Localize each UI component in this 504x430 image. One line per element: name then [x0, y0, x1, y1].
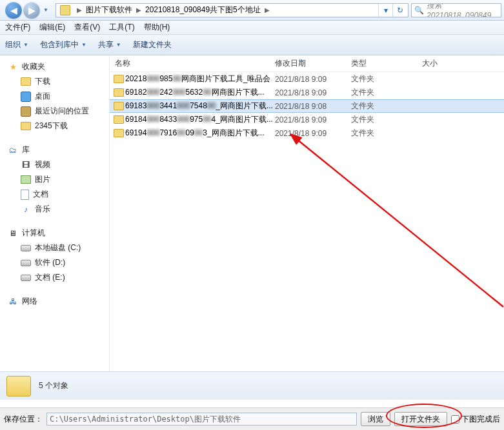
column-name[interactable]: 名称 [114, 58, 275, 69]
search-input[interactable]: 🔍 搜索 20210818_090849 [411, 3, 501, 17]
sidebar-libraries[interactable]: 🗂 库 [4, 142, 109, 157]
folder-icon [114, 75, 124, 83]
folder-icon [21, 77, 31, 86]
file-name: 691840008433000975004_网商图片下载... [125, 114, 275, 125]
desktop-icon [21, 92, 31, 102]
menu-file[interactable]: 文件(F) [5, 22, 30, 33]
folder-icon [21, 122, 31, 130]
object-count: 5 个对象 [39, 380, 68, 391]
folder-icon [114, 115, 124, 124]
sidebar-item-drive-c[interactable]: 本地磁盘 (C:) [4, 240, 109, 255]
share-button[interactable]: 共享▼ [98, 39, 121, 50]
sidebar-favorites[interactable]: ★ 收藏夹 [4, 59, 109, 74]
library-icon: 🗂 [8, 145, 18, 155]
file-date: 2021/8/18 9:09 [275, 88, 351, 97]
refresh-icon[interactable]: ↻ [392, 3, 407, 17]
sidebar-network[interactable]: 🖧 网络 [4, 294, 109, 309]
folder-icon [114, 88, 124, 97]
sidebar-item-drive-e[interactable]: 文档 (E:) [4, 270, 109, 285]
search-icon: 🔍 [414, 6, 424, 15]
sidebar-item-downloads[interactable]: 下载 [4, 74, 109, 89]
network-icon: 🖧 [8, 297, 18, 307]
file-date: 2021/8/18 9:08 [275, 102, 351, 111]
sidebar-item-drive-d[interactable]: 软件 (D:) [4, 255, 109, 270]
checkbox-icon[interactable] [451, 415, 459, 424]
after-download-checkbox[interactable]: 下图完成后 [451, 414, 500, 425]
breadcrumb-item[interactable]: 图片下载软件 [86, 5, 132, 15]
star-icon: ★ [8, 62, 18, 72]
file-type: 文件夹 [351, 101, 422, 112]
file-name: 691830003441000754800_网商图片下载... [125, 101, 275, 112]
svg-line-0 [297, 139, 503, 307]
sort-caret-icon: ▴ [300, 57, 303, 63]
file-row[interactable]: 2021800098500网商图片下载工具_唯品会2021/8/18 9:09文… [110, 72, 504, 86]
sidebar-computer[interactable]: 🖥 计算机 [4, 226, 109, 240]
search-placeholder: 搜索 20210818_090849 [427, 3, 498, 17]
navigation-pane: ★ 收藏夹 下载 桌面 最近访问的位置 2345下载 🗂 库 🎞视频 图片 文档… [0, 55, 110, 371]
breadcrumb-dropdown[interactable]: ▾ [378, 3, 392, 17]
disk-icon [21, 260, 31, 266]
column-size[interactable]: 大小 [422, 58, 474, 69]
save-path-input[interactable] [46, 413, 357, 425]
menu-help[interactable]: 帮助(H) [144, 22, 170, 33]
caret-down-icon: ▼ [81, 42, 86, 48]
file-date: 2021/8/18 9:09 [275, 75, 351, 84]
menu-edit[interactable]: 编辑(E) [39, 22, 65, 33]
menu-tools[interactable]: 工具(T) [109, 22, 134, 33]
file-row[interactable]: 691840008433000975004_网商图片下载...2021/8/18… [110, 113, 504, 126]
file-type: 文件夹 [351, 128, 422, 139]
address-bar: ◀ ▶ ▼ ▶ 图片下载软件 ▶ 20210818_090849共下图5个地址 … [0, 0, 504, 21]
file-type: 文件夹 [351, 73, 422, 84]
chevron-right-icon: ▶ [73, 6, 86, 14]
folder-icon [60, 5, 70, 15]
file-name: 69182000242000563200网商图片下载... [125, 87, 275, 98]
file-row[interactable]: 69182000242000563200网商图片下载...2021/8/18 9… [110, 86, 504, 99]
menu-view[interactable]: 查看(V) [74, 22, 100, 33]
sidebar-item-pictures[interactable]: 图片 [4, 172, 109, 187]
open-folder-button[interactable]: 打开文件夹 [394, 412, 447, 426]
column-type[interactable]: 类型 [351, 58, 422, 69]
file-date: 2021/8/18 9:09 [275, 115, 351, 124]
sidebar-item-recent[interactable]: 最近访问的位置 [4, 104, 109, 119]
computer-icon: 🖥 [8, 228, 18, 239]
disk-icon [21, 245, 31, 251]
sidebar-item-2345[interactable]: 2345下载 [4, 119, 109, 133]
file-list-pane: 名称 ▴ 修改日期 类型 大小 2021800098500网商图片下载工具_唯品… [110, 55, 504, 371]
picture-icon [21, 175, 31, 184]
folder-icon [114, 102, 124, 110]
annotation-arrow [290, 133, 504, 313]
folder-icon [6, 376, 31, 396]
sidebar-item-documents[interactable]: 文档 [4, 187, 109, 202]
file-row[interactable]: 6919400079160009003_网商图片下载...2021/8/18 9… [110, 126, 504, 140]
file-date: 2021/8/18 9:09 [275, 129, 351, 138]
folder-icon [114, 129, 124, 137]
recent-icon [21, 106, 31, 117]
menu-bar: 文件(F) 编辑(E) 查看(V) 工具(T) 帮助(H) [0, 21, 504, 35]
sidebar-item-desktop[interactable]: 桌面 [4, 89, 109, 104]
history-dropdown[interactable]: ▼ [41, 2, 50, 19]
chevron-right-icon: ▶ [132, 6, 145, 14]
status-bar: 5 个对象 [0, 371, 504, 400]
file-type: 文件夹 [351, 87, 422, 98]
sidebar-item-music[interactable]: ♪音乐 [4, 202, 109, 217]
organize-button[interactable]: 组织▼ [5, 39, 28, 50]
browse-button[interactable]: 浏览 [361, 412, 390, 426]
music-icon: ♪ [21, 204, 31, 215]
include-in-library-button[interactable]: 包含到库中▼ [40, 39, 86, 50]
file-row[interactable]: 691830003441000754800_网商图片下载...2021/8/18… [110, 99, 504, 113]
breadcrumb-item[interactable]: 20210818_090849共下图5个地址 [145, 5, 261, 15]
column-date[interactable]: 修改日期 [275, 58, 351, 69]
file-type: 文件夹 [351, 114, 422, 125]
chevron-right-icon: ▶ [261, 6, 274, 14]
sidebar-item-videos[interactable]: 🎞视频 [4, 157, 109, 172]
nav-buttons: ◀ ▶ ▼ [3, 2, 53, 19]
new-folder-button[interactable]: 新建文件夹 [133, 39, 172, 50]
toolbar: 组织▼ 包含到库中▼ 共享▼ 新建文件夹 [0, 35, 504, 55]
back-button[interactable]: ◀ [5, 2, 22, 19]
disk-icon [21, 275, 31, 281]
video-icon: 🎞 [21, 160, 31, 170]
forward-button[interactable]: ▶ [23, 2, 40, 19]
breadcrumb[interactable]: ▶ 图片下载软件 ▶ 20210818_090849共下图5个地址 ▶ ▾ ↻ [55, 3, 408, 17]
file-name: 6919400079160009003_网商图片下载... [125, 128, 275, 139]
column-headers: 名称 ▴ 修改日期 类型 大小 [110, 55, 504, 72]
